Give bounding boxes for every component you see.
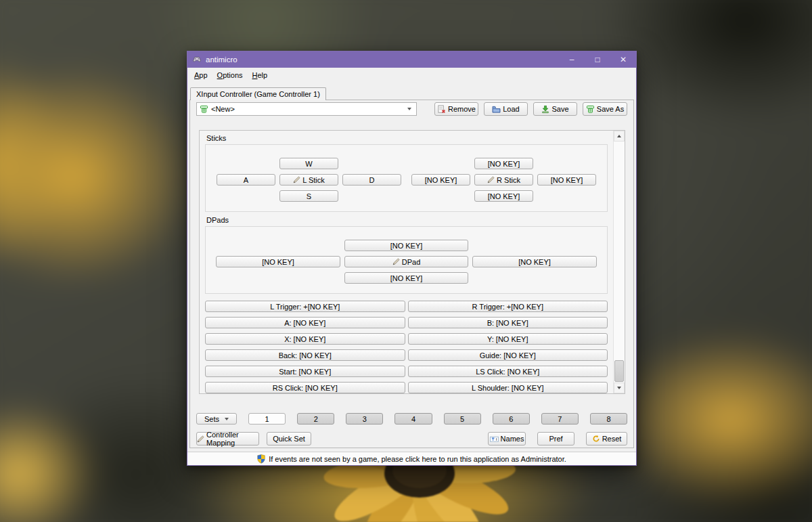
names-button[interactable]: Names [488, 432, 526, 445]
dpad-button[interactable]: DPad [344, 256, 468, 267]
mapping-y-button[interactable]: Y: [NO KEY] [408, 333, 608, 345]
mapping-l-shoulder-button[interactable]: L Shoulder: [NO KEY] [408, 382, 608, 393]
load-folder-icon [492, 106, 501, 113]
profile-selected-value: <New> [211, 105, 235, 113]
vertical-scrollbar[interactable] [613, 131, 625, 393]
set-3-button[interactable]: 3 [346, 413, 383, 425]
edit-pencil-icon [197, 435, 204, 443]
down-triangle-icon [617, 387, 621, 389]
dpad-left-button[interactable]: [NO KEY] [216, 256, 340, 267]
scroll-up-button[interactable] [614, 131, 625, 142]
menu-help[interactable]: Help [248, 70, 273, 81]
scrollbar-thumb[interactable] [614, 360, 624, 382]
dpad-right-button[interactable]: [NO KEY] [472, 256, 597, 267]
maximize-button[interactable]: □ [585, 51, 610, 68]
names-text-field-icon [490, 435, 499, 443]
right-stick-cross: [NO KEY] [NO KEY] R Stick [NO KEY] [NO K… [411, 158, 596, 211]
controller-mapping-button[interactable]: Controller Mapping [196, 432, 259, 445]
menubar: App Options Help [187, 68, 636, 82]
app-icon [192, 56, 202, 63]
set-6-button[interactable]: 6 [493, 413, 530, 425]
right-stick-down-button[interactable]: [NO KEY] [474, 190, 533, 202]
dpads-group-label: DPads [206, 216, 613, 224]
statusbar-admin-notice[interactable]: If events are not seen by a game, please… [187, 452, 636, 465]
set-7-button[interactable]: 7 [541, 413, 579, 425]
save-as-icon [586, 105, 595, 114]
edit-pencil-icon [487, 176, 495, 183]
antimicro-window: antimicro – □ ✕ App Options Help XInput … [187, 51, 637, 466]
statusbar-text: If events are not seen by a game, please… [269, 455, 566, 463]
right-stick-up-button[interactable]: [NO KEY] [474, 158, 533, 169]
pref-button[interactable]: Pref [537, 432, 574, 445]
footer-row: Controller Mapping Quick Set Names Pref … [196, 432, 627, 445]
tab-pane: <New> Remove Load [189, 100, 634, 448]
edit-pencil-icon [392, 258, 400, 265]
right-stick-right-button[interactable]: [NO KEY] [537, 174, 596, 186]
close-button[interactable]: ✕ [610, 51, 636, 68]
reset-circular-arrow-icon [592, 435, 600, 443]
quick-set-button[interactable]: Quick Set [267, 432, 311, 445]
set-4-button[interactable]: 4 [394, 413, 432, 425]
mapping-b-button[interactable]: B: [NO KEY] [408, 317, 608, 328]
load-button[interactable]: Load [484, 102, 528, 116]
sticks-group-label: Sticks [206, 134, 613, 142]
menu-app[interactable]: App [189, 70, 212, 81]
edit-pencil-icon [293, 176, 300, 183]
left-stick-button[interactable]: L Stick [279, 174, 338, 186]
set-8-button[interactable]: 8 [590, 413, 627, 425]
right-stick-button[interactable]: R Stick [474, 174, 533, 186]
scroll-down-button[interactable] [614, 383, 625, 393]
chevron-down-icon [407, 108, 411, 110]
left-stick-up-button[interactable]: W [279, 158, 338, 169]
remove-icon [437, 105, 446, 114]
mapping-back-button[interactable]: Back: [NO KEY] [205, 349, 405, 361]
titlebar: antimicro – □ ✕ [187, 51, 636, 68]
mapping-start-button[interactable]: Start: [NO KEY] [205, 366, 405, 377]
mapping-a-button[interactable]: A: [NO KEY] [205, 317, 405, 328]
save-icon [541, 105, 549, 114]
mapping-rs-click-button[interactable]: RS Click: [NO KEY] [205, 382, 405, 393]
reset-button[interactable]: Reset [586, 432, 627, 445]
left-stick-down-button[interactable]: S [279, 190, 338, 202]
menu-options[interactable]: Options [212, 70, 248, 81]
left-stick-cross: W A L Stick D S [217, 158, 401, 211]
uac-shield-icon [257, 454, 265, 464]
save-button[interactable]: Save [533, 102, 577, 116]
mapping-guide-button[interactable]: Guide: [NO KEY] [408, 349, 608, 361]
dpads-groupbox: [NO KEY] [NO KEY] DPad [NO KEY] [NO KEY] [205, 226, 608, 294]
mapping-l-trigger-button[interactable]: L Trigger: +[NO KEY] [205, 301, 405, 312]
controls-scroll-area: Sticks W A L Stick D S [199, 130, 625, 394]
set-1-button[interactable]: 1 [248, 413, 286, 425]
window-title: antimicro [206, 56, 238, 64]
mapping-button-list: L Trigger: +[NO KEY] R Trigger: +[NO KEY… [205, 301, 608, 393]
set-2-button[interactable]: 2 [297, 413, 334, 425]
scroll-content: Sticks W A L Stick D S [200, 131, 613, 393]
dpad-up-button[interactable]: [NO KEY] [344, 240, 468, 251]
right-stick-left-button[interactable]: [NO KEY] [411, 174, 470, 186]
profile-row: <New> Remove Load [196, 102, 627, 116]
sets-menu-button[interactable]: Sets [196, 413, 237, 425]
profile-combobox[interactable]: <New> [196, 102, 417, 116]
left-stick-right-button[interactable]: D [342, 174, 401, 186]
remove-button[interactable]: Remove [434, 102, 478, 116]
mapping-x-button[interactable]: X: [NO KEY] [205, 333, 405, 345]
mapping-ls-click-button[interactable]: LS Click: [NO KEY] [408, 366, 608, 377]
chevron-down-icon [225, 418, 229, 420]
tab-label: XInput Controller (Game Controller 1) [196, 90, 320, 98]
save-as-button[interactable]: Save As [583, 102, 627, 116]
tab-controller[interactable]: XInput Controller (Game Controller 1) [190, 87, 326, 100]
minimize-button[interactable]: – [559, 51, 585, 68]
new-profile-icon [200, 105, 208, 114]
sets-row: Sets 1 2 3 4 5 6 7 8 [196, 413, 627, 425]
up-triangle-icon [617, 135, 621, 137]
dpad-down-button[interactable]: [NO KEY] [344, 272, 468, 284]
set-5-button[interactable]: 5 [444, 413, 481, 425]
sticks-groupbox: W A L Stick D S [NO KEY] [NO KE [205, 144, 608, 212]
left-stick-left-button[interactable]: A [217, 174, 275, 186]
mapping-r-trigger-button[interactable]: R Trigger: +[NO KEY] [408, 301, 608, 312]
